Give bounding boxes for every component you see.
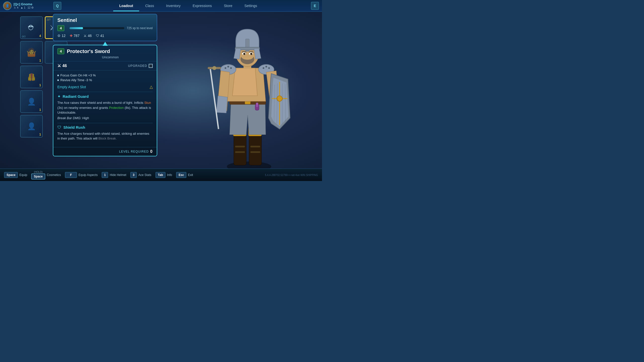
item-power: ⚔ 46 <box>57 63 67 68</box>
class-header: Sentinel <box>57 17 153 23</box>
stat-attack: ⚔ 46 <box>84 34 92 38</box>
item-level: 4 <box>57 48 64 54</box>
stat-health: ✚ 787 <box>70 34 79 38</box>
svg-point-16 <box>263 67 264 69</box>
perk-dot-2 <box>57 79 59 81</box>
hold-text: (HOLD) <box>34 171 43 173</box>
class-level: 4 <box>57 25 64 31</box>
svg-rect-3 <box>235 146 245 148</box>
tab-expressions[interactable]: Expressions <box>187 0 218 11</box>
item-body[interactable]: Focus Gain On Hit +3 % Revive Ally Time … <box>53 70 157 147</box>
equip-label: Equip <box>19 173 27 177</box>
perk-focus: Focus Gain On Hit +3 % <box>57 73 153 77</box>
upgraded-checkbox <box>149 64 153 68</box>
ability-2-name: Shield Rush <box>63 125 85 129</box>
svg-point-39 <box>250 53 252 55</box>
legs-icon: 👤 <box>27 98 36 106</box>
item-title-row: 4 Protector's Sword <box>57 48 153 54</box>
level-required-row: LEVEL REQUIRED 0 <box>53 147 157 156</box>
bottom-bar: Space Equip (HOLD) Space Cosmetics F Equ… <box>0 168 322 181</box>
tab-inventory[interactable]: Inventory <box>160 0 187 11</box>
user-info: [Qc] Gnome ⚔4 ▲1 12 ⚙ <box>14 2 34 9</box>
hotkey-equip: Space Equip <box>4 172 27 178</box>
empty-aspect-text: Empty Aspect Slot <box>57 85 86 89</box>
end-button[interactable]: E <box>311 2 319 10</box>
svg-point-18 <box>268 67 270 69</box>
level-required-value: 0 <box>150 149 153 154</box>
esc-key[interactable]: Esc <box>176 172 186 178</box>
xp-text: 725 xp to next level <box>127 26 153 30</box>
svg-point-14 <box>227 66 229 68</box>
ability-1-name: Radiant Guard <box>63 94 89 99</box>
aspects-label: Equip Aspects <box>78 173 98 177</box>
svg-point-42 <box>256 104 258 107</box>
svg-point-25 <box>277 96 282 101</box>
user-settings: 12 ⚙ <box>27 6 34 9</box>
space-key-equip[interactable]: Space <box>4 172 18 178</box>
hotkey-cosmetics: (HOLD) Space Cosmetics <box>31 171 61 179</box>
slot-boots[interactable]: 👤 1 <box>20 115 43 138</box>
empty-aspect-slot[interactable]: Empty Aspect Slot △ <box>57 84 153 89</box>
stun-highlight: Stun <box>144 101 151 105</box>
tab-class[interactable]: Class <box>139 0 160 11</box>
radiant-guard-icon: ✦ <box>57 94 61 99</box>
class-card: Sentinel 4 725 xp to next level ⚙ 12 ✚ 7… <box>53 14 157 41</box>
upgraded-badge: UPGRADED <box>128 64 153 68</box>
ability-1-desc: The Ace raises their shield and emits a … <box>57 100 153 115</box>
svg-point-17 <box>265 66 267 68</box>
main-navigation: Loadout Class Inventory Expressions Stor… <box>65 0 311 11</box>
user-level: ⚔4 <box>14 6 18 9</box>
ace-stats-label: Ace Stats <box>138 173 151 177</box>
power-sword-icon: ⚔ <box>57 63 61 68</box>
svg-point-21 <box>212 66 216 70</box>
hotkey-ace-stats: 3 Ace Stats <box>130 172 151 178</box>
ability-radiant-guard: ✦ Radiant Guard The Ace raises their shi… <box>57 94 153 120</box>
ability-shield-rush: 🛡 Shield Rush The Ace charges forward wi… <box>57 125 153 141</box>
queue-button[interactable]: Q <box>53 2 61 10</box>
character-svg <box>186 13 312 173</box>
stat-gear: ⚙ 12 <box>57 34 66 38</box>
space-key-cosmetics[interactable]: Space <box>31 173 45 179</box>
svg-point-15 <box>230 67 232 69</box>
character-display <box>186 13 312 173</box>
slot-badge-helm: 4 <box>39 34 41 38</box>
gear-icon: ⚙ <box>57 34 61 38</box>
slot-chest[interactable]: 🤷 1 <box>20 41 43 64</box>
level-required-label: LEVEL REQUIRED <box>119 150 149 153</box>
item-rarity: Uncommon <box>68 55 153 59</box>
svg-line-22 <box>211 71 218 126</box>
slot-armor[interactable]: 🦺 1 <box>20 66 43 88</box>
f-key[interactable]: F <box>65 172 77 178</box>
chest-icon: 🤷 <box>26 48 36 57</box>
key-3[interactable]: 3 <box>130 172 137 178</box>
shield-rush-icon: 🛡 <box>57 125 61 130</box>
version-info: 5.4.4-288702.52790+++wt+live WIN SHIPPIN… <box>265 174 318 176</box>
item-card-header: 4 Protector's Sword Uncommon <box>53 45 157 61</box>
break-bar-1: Break Bar DMG: High <box>57 116 153 120</box>
item-stats-row: ⚔ 46 UPGRADED <box>53 61 157 70</box>
perk-revive: Revive Ally Time -3 % <box>57 78 153 82</box>
perk-dot-1 <box>57 75 59 76</box>
slot-badge-legs: 1 <box>39 108 41 112</box>
block-break-highlight: Block Break. <box>98 137 117 140</box>
divider-2 <box>57 123 153 123</box>
slot-legs[interactable]: 👤 1 <box>20 90 43 113</box>
tab-settings[interactable]: Settings <box>238 0 263 11</box>
info-label: Info <box>167 173 172 177</box>
stat-defense: 🛡 41 <box>96 34 104 38</box>
hotkey-aspects: F Equip Aspects <box>65 172 98 178</box>
tab-loadout[interactable]: Loadout <box>113 0 139 11</box>
tab-store[interactable]: Store <box>218 0 238 11</box>
main-content: Sentinel 4 725 xp to next level ⚙ 12 ✚ 7… <box>53 14 157 156</box>
svg-rect-6 <box>251 151 260 153</box>
svg-point-38 <box>243 53 246 55</box>
armor-icon: 🦺 <box>27 73 36 81</box>
topbar: 👤 [Qc] Gnome ⚔4 ▲1 12 ⚙ Q Loadout Class … <box>0 0 322 12</box>
protection-highlight: Protection <box>109 106 124 110</box>
user-section: 👤 [Qc] Gnome ⚔4 ▲1 12 ⚙ <box>3 2 53 10</box>
slot-helm[interactable]: ⛑ ◇□ 4 <box>20 16 43 39</box>
helm-icon: ⛑ <box>28 24 35 32</box>
tab-key[interactable]: Tab <box>155 172 166 178</box>
svg-rect-4 <box>251 146 260 148</box>
key-1[interactable]: 1 <box>102 172 108 178</box>
